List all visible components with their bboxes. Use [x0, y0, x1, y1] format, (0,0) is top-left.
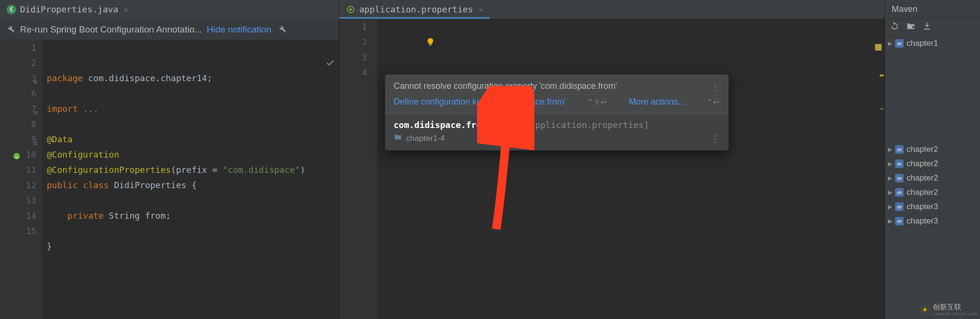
maven-module-icon: m [895, 217, 904, 225]
left-code-area: 1 2 3⊞ 6 7⊟ 8 9⊟ 10 11 12 13 14 15 packa… [0, 40, 339, 319]
tab-application-properties[interactable]: application.properties ✕ [339, 0, 490, 19]
maven-tree[interactable]: ▶mchapter1 ▶mchapter2 ▶mchapter2 ▶mchapt… [885, 36, 980, 319]
line-number: 1 [339, 19, 367, 34]
keyword: public [47, 180, 78, 190]
module-label: chapter1 [907, 39, 938, 48]
right-code[interactable]: com.didispace.from=ddd [377, 19, 885, 319]
expand-icon[interactable]: ▶ [888, 40, 892, 47]
hide-notification-link[interactable]: Hide notification [207, 24, 271, 35]
expand-icon[interactable]: ▶ [888, 203, 892, 210]
maven-module[interactable]: ▶mchapter3 [885, 200, 980, 214]
java-class-icon: C [7, 5, 16, 14]
usage-value: "ddd" [492, 120, 518, 130]
usage-eq: = [487, 120, 492, 130]
usage-key: com.didispace.from [394, 120, 487, 130]
keyword: class [83, 180, 109, 190]
watermark-sub: CHUANG XIN HU LIAN [933, 312, 977, 316]
maven-module[interactable]: ▶mchapter2 [885, 185, 980, 200]
popup-message: Cannot resolve configuration property 'c… [394, 81, 617, 91]
maven-panel: Maven ▶mchapter1 ▶mchapter2 ▶mchapter2 ▶… [885, 0, 980, 319]
line-number: 8 [0, 117, 36, 132]
svg-point-2 [350, 8, 352, 11]
intention-bulb-icon[interactable] [384, 21, 435, 67]
watermark-text: 创新互联 [933, 303, 977, 312]
code-text: ) [300, 165, 305, 175]
left-gutter: 1 2 3⊞ 6 7⊟ 8 9⊟ 10 11 12 13 14 15 [0, 40, 42, 319]
line-number: 9⊟ [0, 132, 36, 147]
keyboard-hint: ⌃↩ [707, 98, 720, 106]
close-icon[interactable]: ✕ [124, 6, 128, 13]
keyword: private [67, 211, 104, 221]
wrench-config-icon[interactable] [276, 23, 287, 36]
code-text: ; [166, 211, 171, 221]
change-stripe[interactable] [880, 108, 884, 110]
expand-icon[interactable]: ▶ [888, 160, 892, 167]
line-number: 15 [0, 223, 36, 239]
annotation: @Configuration [47, 149, 119, 160]
line-number: 3⊞ [0, 71, 36, 86]
watermark-badge-icon: ✦ [919, 304, 931, 315]
define-key-action[interactable]: Define configuration key 'com.didispace.… [394, 97, 566, 107]
analysis-ok-icon [284, 42, 335, 88]
maven-module[interactable]: ▶mchapter2 [885, 142, 980, 157]
edge-markers [880, 44, 884, 140]
usage-context: [application.properties] [525, 120, 649, 130]
left-editor-panel: C DidiProperties.java ✕ Re-run Spring Bo… [0, 0, 339, 319]
right-editor-panel: application.properties ✕ 1 2 3 4 com.did… [339, 0, 885, 319]
tab-didi-properties[interactable]: C DidiProperties.java ✕ [0, 0, 135, 19]
line-number: 10 [0, 147, 36, 162]
code-text: (prefix = [171, 165, 222, 175]
annotation: @ConfigurationProperties [47, 165, 171, 175]
folder-icon [394, 133, 402, 144]
module-name: chapter1-4 [406, 134, 445, 143]
more-icon[interactable]: ⋮ [710, 82, 720, 91]
expand-icon[interactable]: ▶ [888, 146, 892, 153]
line-number: 7⊟ [0, 101, 36, 117]
brace: } [47, 241, 52, 251]
close-icon[interactable]: ✕ [479, 6, 482, 13]
module-label: chapter2 [907, 159, 938, 169]
notification-text: Re-run Spring Boot Configuration Annotat… [20, 24, 202, 35]
inspection-popup: Cannot resolve configuration property 'c… [385, 74, 729, 150]
module-label: chapter2 [907, 145, 938, 154]
keyword: package [47, 73, 83, 83]
maven-toolbar [885, 19, 980, 36]
line-number: 4 [339, 65, 367, 80]
svg-rect-3 [429, 45, 431, 46]
wrench-icon [5, 23, 15, 36]
line-number: 3 [339, 50, 367, 65]
module-label: chapter2 [907, 188, 938, 197]
line-number: 2 [0, 55, 36, 71]
module-label: chapter3 [907, 216, 938, 226]
usage-line[interactable]: com.didispace.from="ddd" [application.pr… [394, 120, 720, 130]
right-code-area: 1 2 3 4 com.didispace.from=ddd Cannot re… [339, 19, 885, 319]
maven-module[interactable]: ▶mchapter1 [885, 36, 980, 51]
expand-icon[interactable]: ▶ [888, 175, 892, 181]
expand-icon[interactable]: ▶ [888, 218, 892, 224]
module-line: chapter1-4 ⋮ [394, 133, 720, 144]
generate-sources-icon[interactable] [906, 21, 916, 33]
right-tabs-row: application.properties ✕ [339, 0, 885, 19]
line-number: 13 [0, 193, 36, 208]
folded-imports[interactable]: ... [83, 104, 99, 114]
tab-label: application.properties [359, 4, 473, 14]
warning-stripe[interactable] [880, 74, 884, 76]
left-tabs-row: C DidiProperties.java ✕ [0, 0, 339, 19]
module-label: chapter2 [907, 173, 938, 183]
refresh-icon[interactable] [890, 21, 899, 33]
more-icon[interactable]: ⋮ [710, 134, 720, 143]
maven-module[interactable]: ▶mchapter3 [885, 214, 980, 228]
line-number: 14 [0, 208, 36, 223]
more-actions-link[interactable]: More actions... [629, 97, 685, 107]
expand-icon[interactable]: ▶ [888, 189, 892, 196]
string-literal: "com.didispace" [222, 165, 300, 175]
download-icon[interactable] [922, 21, 932, 33]
maven-module[interactable]: ▶mchapter2 [885, 157, 980, 171]
brace: { [191, 180, 197, 190]
maven-module[interactable]: ▶mchapter2 [885, 171, 980, 185]
popup-message-row: Cannot resolve configuration property 'c… [385, 74, 729, 95]
line-number: 11 [0, 162, 36, 178]
maven-module-icon: m [895, 145, 904, 154]
left-code[interactable]: package com.didispace.chapter14; import … [42, 40, 339, 319]
keyboard-hint: ⌃⇧↩ [587, 98, 607, 106]
